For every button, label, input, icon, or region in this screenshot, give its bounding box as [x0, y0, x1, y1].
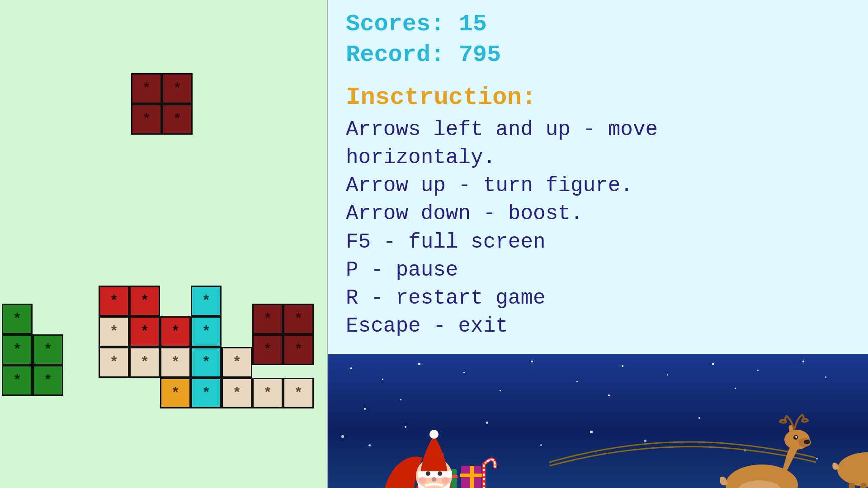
svg-point-32: [795, 436, 797, 438]
block-o2: *: [160, 378, 191, 408]
block-falling-4: *: [162, 104, 193, 135]
svg-rect-10: [470, 466, 474, 488]
block-dr4: *: [283, 334, 314, 365]
instruction-section: Insctruction: Arrows left and up - moveh…: [328, 79, 868, 354]
instruction-line-0: Arrows left and up - move: [346, 116, 850, 144]
block-be4: *: [160, 347, 191, 378]
block-r2: *: [129, 286, 160, 316]
instruction-line-2: Arrow up - turn figure.: [346, 172, 850, 200]
block-c2: *: [191, 316, 222, 347]
block-falling-3: *: [131, 104, 162, 135]
svg-point-25: [442, 477, 449, 484]
svg-rect-20: [418, 471, 452, 478]
instruction-line-5: P - pause: [346, 256, 850, 284]
block-r4: *: [160, 316, 191, 347]
block-b3: *: [2, 365, 33, 396]
record-display: Record: 795: [346, 40, 850, 70]
block-b5: *: [33, 365, 63, 396]
record-label: Record:: [346, 42, 459, 68]
info-panel: Scores: 15 Record: 795 Insctruction: Arr…: [328, 0, 868, 488]
block-c1: *: [191, 286, 222, 316]
svg-point-23: [438, 471, 442, 476]
block-c4: *: [191, 378, 222, 408]
svg-point-22: [426, 471, 430, 476]
game-board: * * * * * * * * * * * * * * * * * * * * …: [0, 0, 328, 488]
block-b2: *: [2, 334, 33, 365]
svg-point-26: [432, 477, 436, 482]
block-be1: *: [99, 316, 129, 347]
svg-point-30: [804, 440, 810, 444]
score-section: Scores: 15 Record: 795: [328, 0, 868, 79]
block-falling-2: *: [162, 73, 193, 104]
svg-rect-48: [849, 483, 855, 488]
block-falling-1: *: [131, 73, 162, 104]
svg-rect-49: [860, 483, 867, 488]
christmas-section: [328, 354, 868, 488]
instruction-line-7: Escape - exit: [346, 312, 850, 340]
santa-scene: [328, 354, 868, 488]
instruction-line-6: R - restart game: [346, 284, 850, 312]
block-be3: *: [129, 347, 160, 378]
record-value: 795: [459, 42, 501, 68]
score-label: Scores:: [346, 11, 459, 38]
instruction-line-1: horizontaly.: [346, 144, 850, 172]
block-r3: *: [129, 316, 160, 347]
svg-point-24: [419, 477, 426, 484]
block-c3: *: [191, 347, 222, 378]
instruction-lines: Arrows left and up - movehorizontaly.Arr…: [346, 116, 850, 340]
instruction-line-4: F5 - full screen: [346, 228, 850, 256]
block-b1: *: [2, 304, 33, 334]
block-r1: *: [99, 286, 129, 316]
block-dr1: *: [252, 304, 283, 334]
instruction-line-3: Arrow down - boost.: [346, 200, 850, 228]
svg-point-21: [429, 430, 439, 439]
block-be7: *: [252, 378, 283, 408]
svg-point-42: [837, 452, 868, 487]
block-dr3: *: [252, 334, 283, 365]
block-be8: *: [283, 378, 314, 408]
block-be2: *: [99, 347, 129, 378]
score-display: Scores: 15: [346, 9, 850, 40]
instruction-title: Insctruction:: [346, 84, 850, 111]
block-be6: *: [222, 378, 252, 408]
block-be5: *: [222, 347, 252, 378]
block-b4: *: [33, 334, 63, 365]
score-value: 15: [459, 11, 487, 38]
block-dr2: *: [283, 304, 314, 334]
